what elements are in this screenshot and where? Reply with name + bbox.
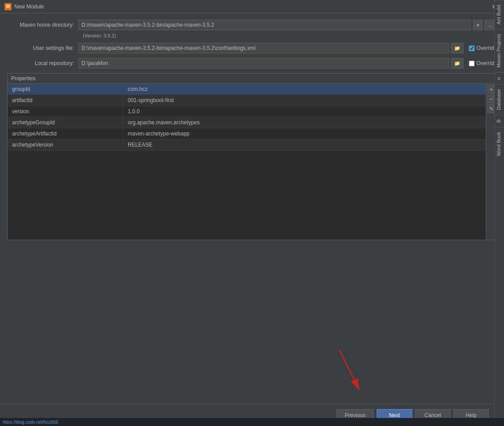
local-repo-override-group: Override <box>469 60 497 66</box>
local-repo-override-checkbox[interactable] <box>469 61 475 66</box>
prop-value: 001-springboot-first <box>123 95 486 106</box>
maven-version-note: (Version: 3.5.2) <box>83 33 497 38</box>
table-row[interactable]: version 1.0.0 <box>8 106 486 117</box>
prop-key: archetypeArtifactId <box>8 128 123 139</box>
prop-key: groupId <box>8 84 123 94</box>
table-row[interactable]: archetypeArtifactId maven-archetype-weba… <box>8 128 486 139</box>
sidebar-tab-b[interactable]: B <box>495 115 504 127</box>
user-settings-override-group: Override <box>469 45 497 51</box>
prop-value: com.hcz <box>123 84 486 94</box>
table-row[interactable]: archetypeVersion RELEASE <box>8 139 486 151</box>
prop-key: archetypeGroupId <box>8 117 123 128</box>
maven-home-input-group: ▾ … <box>78 20 497 30</box>
title-bar-left: M New Module <box>4 3 44 10</box>
local-repo-browse-btn[interactable]: 📁 <box>451 58 463 69</box>
table-row[interactable]: archetypeGroupId org.apache.maven.archet… <box>8 117 486 128</box>
sidebar-tab-maven[interactable]: Maven Projects <box>495 29 504 72</box>
properties-table: groupId com.hcz artifactId 001-springboo… <box>8 84 486 240</box>
prop-value: 1.0.0 <box>123 106 486 117</box>
user-settings-browse-btn[interactable]: 📁 <box>451 43 463 53</box>
maven-home-label: Maven home directory: <box>7 22 78 28</box>
user-settings-row: User settings file: 📁 Override <box>7 43 497 53</box>
prop-key: artifactId <box>8 95 123 106</box>
svg-line-1 <box>339 350 359 390</box>
prop-key: archetypeVersion <box>8 139 123 150</box>
status-url: https://blog.csdn.net/hcz666 <box>3 420 58 425</box>
right-sidebar: Ant Build Maven Projects n Database B Wo… <box>494 0 504 426</box>
user-settings-label: User settings file: <box>7 45 78 51</box>
properties-section: Properties groupId com.hcz artifactId 00… <box>7 73 497 240</box>
prop-value: maven-archetype-webapp <box>123 128 486 139</box>
maven-home-input[interactable] <box>78 20 471 30</box>
local-repo-label: Local repository: <box>7 60 78 66</box>
dialog-body: Maven home directory: ▾ … (Version: 3.5.… <box>0 13 504 426</box>
window-title: New Module <box>14 4 44 10</box>
user-settings-input-group: 📁 Override <box>78 43 497 53</box>
maven-home-dropdown-btn[interactable]: ▾ <box>473 20 483 30</box>
user-settings-input[interactable] <box>78 43 449 53</box>
table-row[interactable]: groupId com.hcz <box>8 84 486 95</box>
window-icon: M <box>4 3 12 10</box>
prop-key: version <box>8 106 123 117</box>
arrow-annotation <box>326 345 370 400</box>
prop-value: RELEASE <box>123 139 486 150</box>
local-repo-input-group: 📁 Override <box>78 58 497 69</box>
status-bar: https://blog.csdn.net/hcz666 <box>0 418 504 426</box>
properties-content: groupId com.hcz artifactId 001-springboo… <box>8 84 496 240</box>
sidebar-tab-wordbook[interactable]: Word Book <box>495 127 504 160</box>
local-repo-input[interactable] <box>78 58 449 69</box>
maven-home-row: Maven home directory: ▾ … <box>7 20 497 30</box>
sidebar-tab-ant[interactable]: Ant Build <box>495 0 504 29</box>
local-repo-row: Local repository: 📁 Override <box>7 58 497 69</box>
sidebar-tab-n[interactable]: n <box>495 72 504 84</box>
properties-title: Properties <box>8 74 496 84</box>
prop-value: org.apache.maven.archetypes <box>123 117 486 128</box>
table-row[interactable]: artifactId 001-springboot-first <box>8 95 486 106</box>
title-bar: M New Module ✕ <box>0 0 504 13</box>
sidebar-tab-database[interactable]: Database <box>495 84 504 115</box>
user-settings-override-checkbox[interactable] <box>469 45 475 51</box>
